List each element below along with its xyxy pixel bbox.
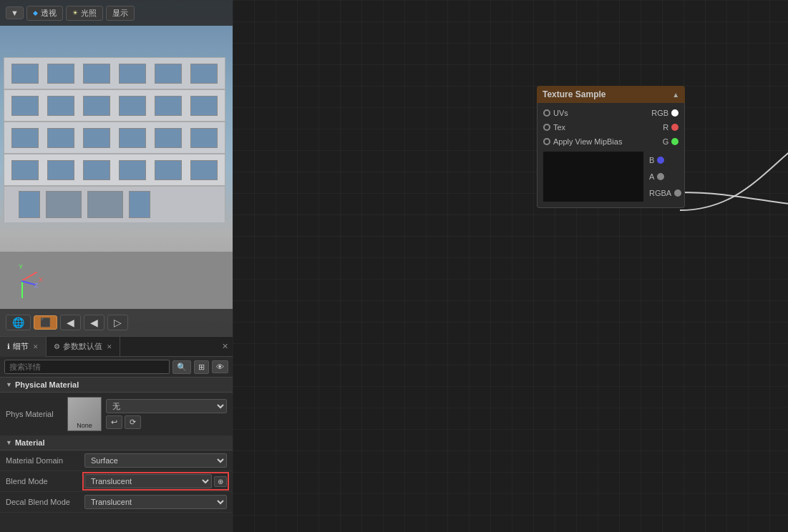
g-output-pin bbox=[671, 138, 678, 145]
building-area bbox=[0, 43, 233, 257]
phys-material-label: Phys Material bbox=[6, 410, 63, 418]
phys-buttons: ↩ ⟳ bbox=[106, 415, 227, 429]
texture-mipbias-row: Apply View MipBias G bbox=[538, 134, 684, 149]
uvs-input-pin bbox=[543, 109, 550, 117]
blend-mode-label: Blend Mode bbox=[6, 477, 84, 486]
search-icon-btn[interactable]: 🔍 bbox=[172, 360, 191, 374]
a-output-pin bbox=[657, 173, 664, 180]
show-btn[interactable]: 显示 bbox=[106, 6, 135, 21]
phys-material-row: Phys Material None 无 ↩ ⟳ bbox=[0, 393, 233, 435]
rgba-output-pin bbox=[674, 189, 681, 197]
building-facade bbox=[4, 57, 225, 222]
viewport-icon-btn-1[interactable]: 🌐 bbox=[6, 315, 31, 330]
material-domain-value: Surface bbox=[84, 453, 227, 468]
material-section-header: ▼ Material bbox=[0, 435, 233, 450]
texture-sample-node[interactable]: Texture Sample ▲ UVs RGB Tex bbox=[537, 86, 685, 208]
texture-sample-body: UVs RGB Tex R bbox=[537, 103, 685, 208]
phys-thumb-label: None bbox=[68, 422, 101, 429]
perspective-btn[interactable]: ◆ 透视 bbox=[26, 6, 63, 21]
viewport-bottom-toolbar: 🌐 ⬛ ◀ ◀ ▷ bbox=[0, 309, 233, 336]
a-pin-row: A bbox=[649, 172, 681, 181]
viewport-arrow-btn[interactable]: ▼ bbox=[6, 6, 24, 19]
decal-blend-mode-label: Decal Blend Mode bbox=[6, 498, 84, 506]
blend-mode-row: Blend Mode Translucent ⊕ bbox=[0, 471, 233, 492]
phys-dropdown-area: 无 ↩ ⟳ bbox=[106, 399, 227, 429]
phys-reset-btn[interactable]: ↩ bbox=[106, 415, 122, 429]
lighting-btn[interactable]: ☀ 光照 bbox=[66, 6, 103, 21]
phys-browse-btn[interactable]: ⟳ bbox=[125, 415, 141, 429]
phys-material-select[interactable]: 无 bbox=[106, 399, 227, 413]
properties-panel: ℹ 细节 ✕ ⚙ 参数默认值 ✕ ✕ 🔍 ⊞ 👁 ▼ Physical Mate… bbox=[0, 336, 233, 532]
decal-blend-mode-value: Translucent bbox=[84, 495, 227, 509]
viewport: X Y Z ▼ ◆ 透视 ☀ 光照 显示 🌐 ⬛ ◀ ◀ ▷ bbox=[0, 0, 233, 336]
search-input[interactable] bbox=[4, 360, 170, 374]
blend-mode-extra-btn[interactable]: ⊕ bbox=[214, 476, 227, 487]
viewport-toolbar: ▼ ◆ 透视 ☀ 光照 显示 bbox=[0, 0, 233, 26]
material-domain-select[interactable]: Surface bbox=[84, 453, 227, 468]
tab-detail[interactable]: ℹ 细节 ✕ bbox=[0, 337, 47, 357]
physical-material-section: ▼ Physical Material bbox=[0, 378, 233, 393]
defaults-tab-close[interactable]: ✕ bbox=[107, 343, 112, 350]
texture-collapse-btn[interactable]: ▲ bbox=[672, 91, 679, 99]
decal-blend-mode-row: Decal Blend Mode Translucent bbox=[0, 492, 233, 513]
texture-sample-header: Texture Sample ▲ bbox=[537, 86, 685, 103]
texture-preview-area: B A RGBA bbox=[538, 149, 684, 205]
tab-defaults[interactable]: ⚙ 参数默认值 ✕ bbox=[47, 337, 120, 357]
rgb-output-pin bbox=[671, 109, 678, 117]
texture-uvs-row: UVs RGB bbox=[538, 106, 684, 120]
viewport-icon-btn-4[interactable]: ◀ bbox=[84, 315, 104, 330]
viewport-icon-btn-3[interactable]: ◀ bbox=[60, 315, 81, 330]
eye-btn[interactable]: 👁 bbox=[212, 360, 228, 373]
texture-tex-row: Tex R bbox=[538, 120, 684, 134]
texture-right-pins: B A RGBA bbox=[649, 149, 684, 205]
left-panel: X Y Z ▼ ◆ 透视 ☀ 光照 显示 🌐 ⬛ ◀ ◀ ▷ bbox=[0, 0, 233, 532]
phys-material-thumbnail[interactable]: None bbox=[67, 397, 102, 431]
defaults-tab-icon: ⚙ bbox=[54, 343, 60, 350]
panel-close-btn[interactable]: ✕ bbox=[218, 342, 233, 351]
tab-bar: ℹ 细节 ✕ ⚙ 参数默认值 ✕ ✕ bbox=[0, 337, 233, 357]
grid-background bbox=[233, 0, 788, 532]
viewport-icon-btn-2[interactable]: ⬛ bbox=[34, 315, 57, 330]
axis-indicator: X Y Z bbox=[7, 266, 43, 302]
material-domain-row: Material Domain Surface bbox=[0, 450, 233, 471]
decal-blend-mode-select[interactable]: Translucent bbox=[84, 495, 227, 509]
r-output-pin bbox=[671, 124, 678, 131]
layout-btn[interactable]: ⊞ bbox=[194, 360, 209, 374]
node-editor: Texture Sample ▲ UVs RGB Tex bbox=[233, 0, 788, 532]
blend-mode-select[interactable]: Translucent bbox=[84, 474, 212, 488]
b-output-pin bbox=[657, 157, 664, 164]
b-pin-row: B bbox=[649, 156, 681, 164]
rgba-pin-row: RGBA bbox=[649, 189, 681, 197]
texture-preview bbox=[543, 152, 643, 202]
viewport-icon-btn-5[interactable]: ▷ bbox=[107, 315, 128, 330]
search-bar: 🔍 ⊞ 👁 bbox=[0, 357, 233, 378]
detail-tab-icon: ℹ bbox=[7, 343, 10, 350]
tex-input-pin bbox=[543, 124, 550, 131]
material-domain-label: Material Domain bbox=[6, 456, 84, 465]
detail-tab-close[interactable]: ✕ bbox=[33, 343, 39, 350]
physical-material-arrow: ▼ bbox=[6, 381, 12, 388]
material-section-arrow: ▼ bbox=[6, 439, 12, 446]
blend-mode-value: Translucent ⊕ bbox=[84, 474, 227, 488]
mipbias-input-pin bbox=[543, 138, 550, 145]
